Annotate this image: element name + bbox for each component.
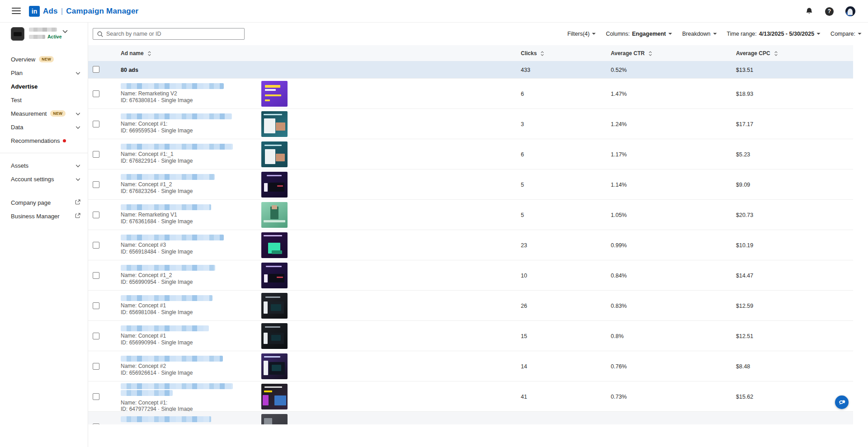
sidebar-item-label: Business Manager	[11, 213, 60, 220]
ad-thumbnail[interactable]	[261, 384, 288, 409]
ad-id-line: ID: 656918484 · Single Image	[121, 249, 193, 255]
help-icon[interactable]: ?	[825, 7, 834, 16]
thumbnail-detail	[274, 395, 286, 405]
clicks-value: 6	[521, 91, 524, 97]
thumbnail-detail	[264, 235, 283, 236]
column-header-clicks[interactable]: Clicks	[521, 50, 544, 56]
search-input[interactable]	[106, 31, 241, 37]
average-cpc-value: $5.23	[736, 151, 750, 158]
sidebar-item-recommendations[interactable]: Recommendations	[0, 134, 88, 147]
sidebar-item-overview[interactable]: OverviewNEW	[0, 52, 88, 66]
sidebar-item-label: Overview	[11, 56, 35, 63]
ad-title-redacted-line2[interactable]	[121, 390, 173, 396]
ad-thumbnail[interactable]	[261, 353, 288, 379]
clicks-value: 14	[521, 363, 527, 370]
sidebar-item-measurement[interactable]: MeasurementNEW	[0, 107, 88, 120]
row-checkbox[interactable]	[93, 90, 99, 97]
sidebar-item-company-page[interactable]: Company page	[0, 196, 88, 209]
ad-title-redacted[interactable]	[121, 416, 211, 422]
ad-thumbnail[interactable]	[261, 323, 288, 349]
ad-name-line: Name: Concept #1:_1	[121, 151, 174, 157]
clicks-value: 26	[521, 303, 527, 309]
summary-cpc: $13.51	[736, 67, 753, 73]
ad-title-redacted[interactable]	[121, 325, 209, 331]
sidebar-item-account-settings[interactable]: Account settings	[0, 172, 88, 186]
ad-title-redacted[interactable]	[121, 174, 215, 180]
row-checkbox[interactable]	[93, 242, 99, 249]
ad-name-line: Name: Concept #1	[121, 333, 166, 339]
ad-title-redacted[interactable]	[121, 113, 232, 119]
ad-title-redacted[interactable]	[121, 144, 233, 150]
chevron-down-icon	[75, 162, 80, 169]
ad-name-line: Name: Concept #1_2	[121, 181, 172, 188]
row-checkbox[interactable]	[93, 423, 99, 424]
ad-id-line: ID: 676822914 · Single Image	[121, 158, 193, 164]
table-row: Name: Concept #1:ID: 669559534 · Single …	[88, 108, 853, 139]
thumbnail-detail	[264, 114, 283, 115]
average-ctr-value: 1.05%	[611, 212, 627, 218]
thumbnail-detail	[276, 122, 285, 131]
ad-thumbnail[interactable]	[261, 141, 288, 167]
row-checkbox[interactable]	[93, 151, 99, 158]
chat-support-button[interactable]	[835, 395, 849, 409]
average-cpc-value: $14.47	[736, 273, 753, 279]
sidebar-item-test[interactable]: Test	[0, 93, 88, 107]
brand-ads-label: Ads	[43, 7, 58, 16]
ad-thumbnail[interactable]	[261, 232, 288, 258]
row-checkbox[interactable]	[93, 121, 99, 127]
time-range-dropdown[interactable]: Time range:4/13/2025 - 5/30/2025	[727, 31, 821, 37]
sidebar-item-assets[interactable]: Assets	[0, 159, 88, 172]
row-checkbox[interactable]	[93, 333, 99, 339]
notifications-bell-icon[interactable]	[805, 7, 813, 15]
ad-name-line: Name: Concept #1_2	[121, 272, 172, 278]
sidebar-item-business-manager[interactable]: Business Manager	[0, 209, 88, 223]
table-row: Name: Concept #2ID: 656926614 · Single I…	[88, 351, 853, 381]
average-cpc-value: $8.48	[736, 363, 750, 370]
toolbar: Filters(4) Columns:Engagement Breakdown …	[88, 23, 868, 45]
columns-dropdown[interactable]: Columns:Engagement	[606, 31, 672, 37]
row-checkbox[interactable]	[93, 212, 99, 218]
account-selector[interactable]: Active	[0, 23, 88, 46]
compare-dropdown[interactable]: Compare:	[830, 31, 862, 37]
breakdown-dropdown[interactable]: Breakdown	[682, 31, 717, 37]
ad-thumbnail[interactable]	[261, 263, 288, 288]
ad-thumbnail[interactable]	[261, 202, 288, 228]
ad-id-line: ID: 656990954 · Single Image	[121, 279, 193, 285]
column-header-ad-name[interactable]: Ad name	[121, 50, 151, 56]
ad-thumbnail[interactable]	[261, 293, 288, 319]
ad-thumbnail[interactable]	[261, 172, 288, 198]
ad-thumbnail[interactable]	[261, 111, 288, 137]
new-badge: NEW	[39, 56, 54, 62]
ad-thumbnail[interactable]	[261, 81, 288, 107]
select-all-checkbox[interactable]	[93, 66, 99, 73]
hamburger-menu-icon[interactable]	[12, 8, 21, 14]
ad-thumbnail[interactable]	[261, 414, 288, 424]
row-checkbox[interactable]	[93, 363, 99, 370]
row-checkbox[interactable]	[93, 393, 99, 400]
average-cpc-value: $17.17	[736, 121, 753, 127]
user-avatar[interactable]	[845, 6, 855, 16]
filters-dropdown[interactable]: Filters(4)	[567, 31, 596, 37]
table-row: Name: Concept #1_2ID: 656990954 · Single…	[88, 260, 853, 290]
row-checkbox[interactable]	[93, 302, 99, 309]
ad-title-redacted[interactable]	[121, 383, 233, 389]
ad-title-redacted[interactable]	[121, 204, 211, 210]
alert-dot	[63, 139, 66, 142]
sidebar-item-data[interactable]: Data	[0, 120, 88, 134]
ad-title-redacted[interactable]	[121, 235, 224, 240]
column-header-average-ctr[interactable]: Average CTR	[611, 50, 652, 56]
thumbnail-detail	[266, 266, 282, 267]
thumbnail-detail	[265, 149, 275, 164]
ad-name-line: Name: Concept #3	[121, 242, 166, 248]
ad-title-redacted[interactable]	[121, 356, 223, 362]
row-checkbox[interactable]	[93, 181, 99, 188]
sidebar-item-advertise[interactable]: Advertise	[0, 80, 88, 93]
column-header-average-cpc[interactable]: Average CPC	[736, 50, 778, 56]
ad-name-line: Name: Concept #1	[121, 302, 166, 309]
sidebar-item-plan[interactable]: Plan	[0, 66, 88, 80]
ad-title-redacted[interactable]	[121, 295, 212, 301]
row-checkbox[interactable]	[93, 272, 99, 279]
thumbnail-detail	[264, 118, 276, 133]
ad-title-redacted[interactable]	[121, 83, 224, 89]
ad-title-redacted[interactable]	[121, 265, 215, 271]
